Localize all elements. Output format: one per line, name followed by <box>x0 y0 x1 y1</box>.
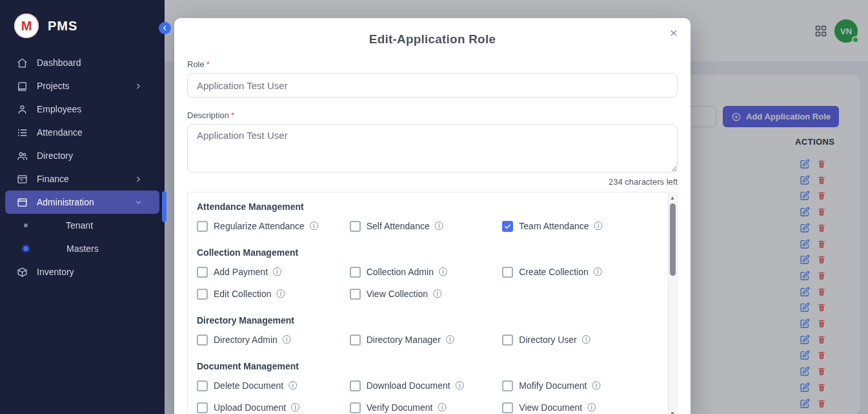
projects-icon <box>17 80 28 92</box>
permission-label: Download Document <box>367 380 450 391</box>
permission-label: Directory User <box>519 335 576 345</box>
people-icon <box>17 150 28 161</box>
permission-mofify-document[interactable]: Mofify Documentⓘ <box>502 380 655 391</box>
sidebar-item-inventory[interactable]: Inventory <box>5 260 159 284</box>
permission-team-attendance[interactable]: Team Attendanceⓘ <box>502 220 655 232</box>
active-item-indicator <box>162 191 167 222</box>
gray-bullet-icon <box>24 223 28 227</box>
sidebar-item-label: Directory <box>37 150 73 161</box>
info-icon[interactable]: ⓘ <box>310 220 319 232</box>
permission-regularize-attendance[interactable]: Regularize Attendanceⓘ <box>197 220 350 232</box>
sidebar-item-masters[interactable]: Masters <box>5 237 159 260</box>
checked-checkbox[interactable] <box>502 221 513 232</box>
info-icon[interactable]: ⓘ <box>594 220 603 232</box>
info-icon[interactable]: ⓘ <box>587 402 596 413</box>
sidebar-nav: DashboardProjectsEmployeesAttendanceDire… <box>0 51 165 284</box>
role-input[interactable] <box>187 73 678 98</box>
permission-label: Mofify Document <box>519 380 587 391</box>
chevron-right-icon <box>134 175 143 183</box>
characters-left-counter: 234 characters left <box>187 177 678 187</box>
sidebar-item-tenant[interactable]: Tenant <box>5 214 159 237</box>
permission-verify-document[interactable]: Verify Documentⓘ <box>350 402 503 413</box>
info-icon[interactable]: ⓘ <box>438 402 447 413</box>
permission-create-collection[interactable]: Create Collectionⓘ <box>502 266 655 278</box>
permission-view-document[interactable]: View Documentⓘ <box>502 402 655 413</box>
permission-directory-manager[interactable]: Directory Managerⓘ <box>350 334 503 346</box>
sidebar-item-directory[interactable]: Directory <box>5 144 159 167</box>
permission-group-title: Document Management <box>197 361 655 371</box>
unchecked-checkbox[interactable] <box>197 402 208 413</box>
sidebar-item-employees[interactable]: Employees <box>5 98 159 121</box>
info-icon[interactable]: ⓘ <box>592 380 601 391</box>
unchecked-checkbox[interactable] <box>350 267 361 278</box>
info-icon[interactable]: ⓘ <box>283 334 292 346</box>
close-icon[interactable]: × <box>670 26 678 39</box>
scroll-down-arrow-icon[interactable]: ▼ <box>669 409 676 414</box>
permission-label: Add Payment <box>214 267 268 277</box>
unchecked-checkbox[interactable] <box>197 289 208 300</box>
scrollbar-thumb[interactable] <box>670 203 676 276</box>
info-icon[interactable]: ⓘ <box>446 334 455 346</box>
info-icon[interactable]: ⓘ <box>435 220 444 232</box>
sidebar-collapse-button[interactable] <box>159 22 171 34</box>
info-icon[interactable]: ⓘ <box>433 288 442 300</box>
unchecked-checkbox[interactable] <box>197 221 208 232</box>
unchecked-checkbox[interactable] <box>502 380 513 391</box>
permission-directory-user[interactable]: Directory Userⓘ <box>502 334 655 346</box>
permission-label: Directory Admin <box>214 335 278 345</box>
permission-view-collection[interactable]: View Collectionⓘ <box>350 288 503 300</box>
unchecked-checkbox[interactable] <box>350 380 361 391</box>
role-label: Role* <box>187 59 678 69</box>
info-icon[interactable]: ⓘ <box>291 402 300 413</box>
permission-label: Regularize Attendance <box>214 221 305 231</box>
sidebar-item-label: Tenant <box>66 220 93 231</box>
permission-edit-collection[interactable]: Edit Collectionⓘ <box>197 288 350 300</box>
sidebar-item-dashboard[interactable]: Dashboard <box>5 51 159 74</box>
description-textarea[interactable]: Application Test User <box>187 124 678 172</box>
home-icon <box>17 57 28 68</box>
sidebar-item-administration[interactable]: Administration <box>5 191 159 214</box>
unchecked-checkbox[interactable] <box>350 335 361 346</box>
permission-delete-document[interactable]: Delete Documentⓘ <box>197 380 350 391</box>
scroll-up-arrow-icon[interactable]: ▲ <box>669 193 676 202</box>
sidebar-item-label: Projects <box>37 81 70 91</box>
sidebar-item-label: Finance <box>37 174 69 184</box>
unchecked-checkbox[interactable] <box>350 402 361 413</box>
permission-label: Collection Admin <box>367 267 434 277</box>
permission-add-payment[interactable]: Add Paymentⓘ <box>197 266 350 278</box>
unchecked-checkbox[interactable] <box>197 335 208 346</box>
permission-upload-document[interactable]: Upload Documentⓘ <box>197 402 350 413</box>
permission-label: Self Attendance <box>367 221 430 231</box>
info-icon[interactable]: ⓘ <box>288 380 298 391</box>
info-icon[interactable]: ⓘ <box>273 266 282 278</box>
sidebar-item-label: Attendance <box>37 127 83 138</box>
permission-collection-admin[interactable]: Collection Adminⓘ <box>350 266 503 278</box>
sidebar-item-attendance[interactable]: Attendance <box>5 121 159 144</box>
unchecked-checkbox[interactable] <box>350 221 361 232</box>
info-icon[interactable]: ⓘ <box>277 288 286 300</box>
sidebar-item-label: Dashboard <box>37 57 81 68</box>
sidebar-item-projects[interactable]: Projects <box>5 74 159 98</box>
permission-group-title: Collection Management <box>197 247 655 258</box>
unchecked-checkbox[interactable] <box>502 267 513 278</box>
permission-group-title: Attendance Management <box>197 202 655 212</box>
list-icon <box>17 127 28 138</box>
unchecked-checkbox[interactable] <box>502 402 513 413</box>
info-icon[interactable]: ⓘ <box>456 380 465 391</box>
permission-self-attendance[interactable]: Self Attendanceⓘ <box>350 220 503 232</box>
unchecked-checkbox[interactable] <box>197 267 208 278</box>
pms-logo-icon: M <box>14 14 39 38</box>
permission-label: Upload Document <box>214 402 286 413</box>
unchecked-checkbox[interactable] <box>197 380 208 391</box>
unchecked-checkbox[interactable] <box>350 289 361 300</box>
permission-download-document[interactable]: Download Documentⓘ <box>350 380 503 391</box>
scrollbar[interactable]: ▲ ▼ <box>668 193 676 414</box>
sidebar-item-finance[interactable]: Finance <box>5 167 159 191</box>
info-icon[interactable]: ⓘ <box>594 266 603 278</box>
unchecked-checkbox[interactable] <box>502 335 513 346</box>
info-icon[interactable]: ⓘ <box>582 334 591 346</box>
permission-directory-admin[interactable]: Directory Adminⓘ <box>197 334 350 346</box>
info-icon[interactable]: ⓘ <box>439 266 448 278</box>
app-title: PMS <box>48 19 77 34</box>
sidebar-item-label: Inventory <box>37 267 74 277</box>
